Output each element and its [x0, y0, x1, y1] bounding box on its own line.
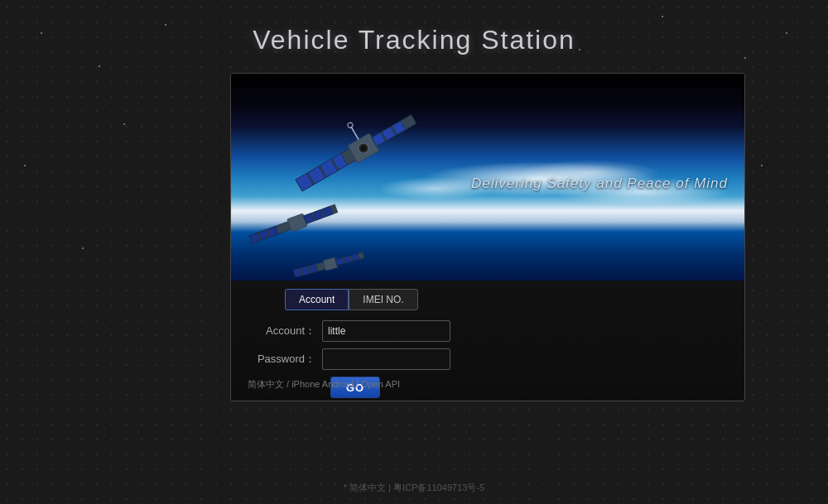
account-row: Account：	[256, 320, 728, 342]
footer-text: * 简体中文 | 粤ICP备11049713号-5	[344, 482, 484, 492]
lang-link-text[interactable]: 简体中文 / iPhone Android / Open API	[248, 379, 400, 389]
tab-account[interactable]: Account	[285, 289, 349, 310]
app-title: Vehicle Tracking Station	[0, 25, 828, 55]
hero-subtitle: Delivering Safety and Peace of Mind	[471, 175, 728, 192]
svg-point-13	[347, 122, 354, 128]
account-input[interactable]	[322, 320, 450, 342]
language-links: 简体中文 / iPhone Android / Open API	[248, 378, 400, 391]
footer: * 简体中文 | 粤ICP备11049713号-5	[0, 482, 828, 494]
hero-image: Delivering Safety and Peace of Mind	[231, 74, 744, 285]
login-form-area: Account IMEI NO. Account： Password： GO 简…	[231, 281, 744, 401]
login-tabs: Account IMEI NO.	[285, 289, 728, 310]
login-box: Delivering Safety and Peace of Mind Acco…	[230, 73, 745, 401]
svg-line-12	[351, 127, 359, 140]
password-row: Password：	[256, 348, 728, 370]
tab-imei[interactable]: IMEI NO.	[349, 289, 417, 310]
account-label: Account：	[256, 324, 322, 338]
password-label: Password：	[256, 352, 322, 367]
satellite-graphic	[231, 74, 446, 285]
password-input[interactable]	[322, 348, 450, 370]
